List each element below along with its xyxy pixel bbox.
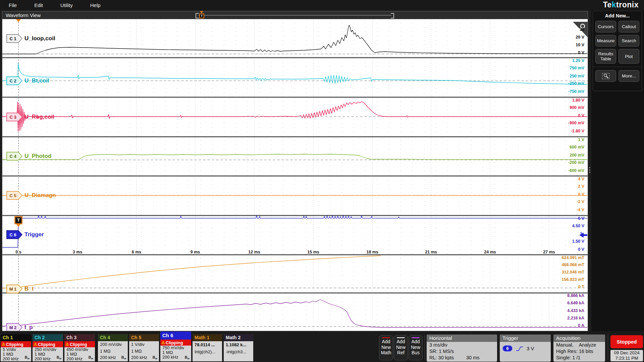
- waveform-plot: [2, 19, 588, 331]
- math-color-bar: [382, 337, 390, 338]
- bottom-badge-math-2[interactable]: Math 21.1082 k...-intg(ch3...: [224, 334, 253, 361]
- time-axis-label: 12 ms: [248, 250, 260, 254]
- badge-row: 250 mV/div: [33, 347, 63, 352]
- zoom-select-button[interactable]: [595, 70, 616, 82]
- add-new-bus-button[interactable]: Add New Bus: [409, 335, 423, 360]
- scale-label: 0 V: [578, 113, 584, 118]
- bottom-badge-ch-6[interactable]: Ch 6⚠Clipping750 mV/div1 MΩ200 kHzBw: [160, 331, 191, 361]
- channel-badge-c1[interactable]: C 1: [6, 34, 22, 43]
- bottom-badge-ch-1[interactable]: Ch 1⚠Clipping5 V/div1 MΩ200 kHzBw: [1, 334, 31, 361]
- sidebar-divider: [593, 67, 642, 67]
- bottom-badge-ch-2[interactable]: Ch 2⚠Clipping250 mV/div1 MΩ200 kHzBw: [33, 334, 63, 361]
- time-axis-label: 3 ms: [73, 250, 83, 254]
- channel-label-c6[interactable]: Trigger: [24, 231, 44, 238]
- time-axis-label: 18 ms: [366, 250, 378, 254]
- measure-button[interactable]: Measure: [595, 35, 616, 47]
- bus-color-bar: [412, 337, 420, 338]
- bottom-badge-math-1[interactable]: Math 178.0114 ...Intg(ch2)...: [193, 334, 222, 361]
- channel-label-c2[interactable]: U_Bt,coil: [24, 77, 49, 84]
- channel-badge-c2[interactable]: C 2: [6, 76, 22, 85]
- trigger-panel[interactable]: Trigger 6 3 V: [500, 335, 551, 362]
- waveform-grid[interactable]: T C 1U_loop,coil3020 V10 V0 VC 2U_Bt,coi…: [2, 19, 588, 331]
- acquisition-panel-title: Acquisition: [553, 335, 605, 342]
- bandwidth-badge: Bw: [25, 355, 30, 360]
- channel-label-c3[interactable]: U_Rog,coil: [24, 114, 54, 120]
- clipping-label: Clipping: [166, 340, 183, 345]
- warning-icon: ⚠: [65, 342, 69, 346]
- scale-label: -750 mV: [568, 89, 584, 94]
- bottom-badge-ch-4[interactable]: Ch 4200 mV/div1 MΩ200 kHzBw: [98, 334, 128, 361]
- cursors-button[interactable]: Cursors: [595, 21, 616, 33]
- add-new-math-button[interactable]: Add New Math: [379, 335, 393, 360]
- scale-label: 0 A: [578, 323, 584, 328]
- horizontal-position-ruler[interactable]: T: [196, 12, 394, 18]
- clipping-warning: ⚠Clipping: [1, 341, 31, 347]
- badge-row: 450 mV/div: [64, 347, 95, 352]
- menu-help[interactable]: Help: [82, 2, 109, 8]
- channel-label-c1[interactable]: U_loop,coil: [24, 35, 55, 42]
- badge-row: 1.1082 k...: [224, 341, 253, 348]
- badge-row: Intg(ch2)...: [193, 348, 222, 355]
- scale-label: 1.80 V: [572, 98, 584, 103]
- clipping-warning: ⚠Clipping: [64, 341, 95, 347]
- badge-name: Ch 2: [33, 334, 63, 341]
- tektronix-logo: Tektronix: [603, 0, 639, 9]
- badge-row: 1 V/div: [129, 341, 159, 348]
- ruler-trigger-marker-icon[interactable]: T: [199, 13, 204, 18]
- bandwidth-badge: Bw: [153, 355, 157, 360]
- time-label: 7:23:11 PM: [610, 356, 643, 361]
- scale-label: 30: [580, 27, 584, 32]
- bottom-badge-ch-3[interactable]: Ch 3⚠Clipping450 mV/div1 MΩ200 kHzBw: [64, 334, 95, 361]
- channel-label-m2[interactable]: I_p: [24, 324, 33, 331]
- horizontal-panel[interactable]: Horizontal 3 ms/div SR: 1 MS/s RL: 30 kp…: [427, 335, 497, 362]
- clipping-label: Clipping: [70, 342, 87, 347]
- scale-label: 1.50 V: [572, 239, 584, 244]
- scale-label: -900 mV: [568, 121, 584, 125]
- channel-label-m1[interactable]: B_t: [24, 286, 34, 292]
- scale-label: 20 V: [576, 35, 584, 40]
- more-button[interactable]: More...: [619, 70, 639, 82]
- menu-utility[interactable]: Utility: [52, 2, 82, 8]
- bottom-badge-ch-5[interactable]: Ch 51 V/div1 MΩ200 kHzBw: [129, 334, 159, 361]
- trace-M1: [2, 256, 381, 288]
- clipping-label: Clipping: [38, 342, 55, 347]
- trigger-flag-caret-icon: [16, 224, 20, 229]
- scale-label: 4.433 kA: [567, 308, 584, 313]
- search-button[interactable]: Search: [619, 35, 639, 47]
- channel-badge-c4[interactable]: C 4: [6, 152, 22, 161]
- bandwidth-badge: Bw: [121, 355, 126, 360]
- channel-badge-m2[interactable]: M 2: [6, 323, 22, 331]
- rising-edge-icon: [516, 346, 523, 351]
- channel-badge-m1[interactable]: M 1: [6, 285, 22, 294]
- results-table-button[interactable]: Results Table: [595, 49, 616, 64]
- add-new-ref-button[interactable]: Add New Ref: [394, 335, 408, 360]
- badge-name: Math 1: [193, 334, 222, 341]
- trigger-source-badge: 6: [502, 345, 513, 352]
- sample-rate: SR: 1 MS/s: [427, 348, 497, 355]
- acquisition-panel[interactable]: Acquisition Manual, Analyze High Res: 16…: [553, 335, 605, 362]
- badge-row: 78.0114 ...: [193, 341, 222, 348]
- settings-bar: Add New Math Add New Ref Add New Bus Hor…: [0, 331, 644, 362]
- splitter-grip-icon[interactable]: [589, 167, 590, 168]
- channel-badge-c3[interactable]: C 3: [6, 113, 22, 122]
- callout-button[interactable]: Callout: [619, 21, 639, 33]
- trigger-position-caret-icon[interactable]: [16, 19, 21, 24]
- plot-button[interactable]: Plot: [619, 49, 639, 64]
- channel-label-c5[interactable]: U_Diamagn: [24, 192, 56, 199]
- scale-label: 1.25 V: [572, 58, 584, 63]
- scale-label: 0 V: [578, 247, 584, 252]
- channel-badge-c6[interactable]: C 6: [6, 230, 22, 239]
- scale-label: 1 V: [578, 137, 584, 142]
- trace-C6: [2, 216, 587, 247]
- run-stop-status-button[interactable]: Stopped: [610, 335, 643, 348]
- scale-label: 600 mV: [570, 145, 584, 149]
- menu-edit[interactable]: Edit: [25, 2, 52, 8]
- menu-file[interactable]: File: [0, 2, 25, 8]
- trigger-flag-icon[interactable]: T: [14, 216, 22, 224]
- channel-badge-c5[interactable]: C 5: [6, 191, 22, 200]
- badge-row: 1 MΩ: [129, 348, 159, 355]
- channel-label-c4[interactable]: U_Photod: [24, 153, 51, 160]
- horizontal-scale: 3 ms/div: [427, 342, 497, 348]
- scale-label: -200 mV: [568, 160, 584, 165]
- waveform-view-titlebar[interactable]: Waveform View T: [2, 11, 588, 19]
